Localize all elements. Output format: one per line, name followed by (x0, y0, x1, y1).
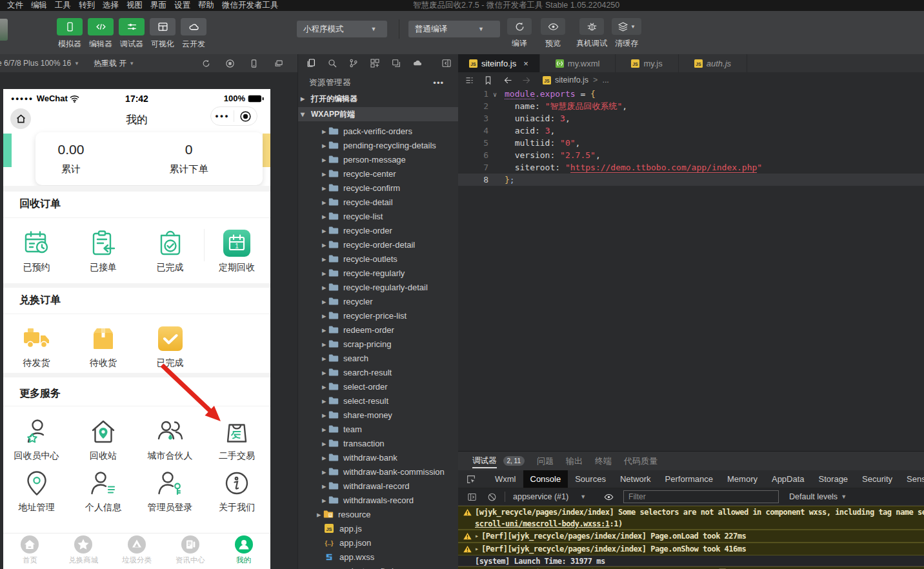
code-line[interactable]: 5 multiid: "0", (458, 137, 924, 149)
tree-item[interactable]: ▸withdraw-bank-commission (298, 464, 458, 479)
devtools-tab-sensor[interactable]: Sensor (899, 470, 924, 488)
tree-item[interactable]: ▸pack-verific-orders (298, 124, 458, 138)
tree-item[interactable]: ▸share-money (298, 408, 458, 422)
windows-icon[interactable] (391, 58, 401, 68)
grid-item-calendar-clock[interactable]: 已预约 (3, 229, 70, 274)
tree-item[interactable]: ▸team (298, 422, 458, 436)
more-actions-icon[interactable]: ••• (433, 78, 444, 88)
tree-item[interactable]: ▸recycle-order-detail (298, 237, 458, 252)
grid-item-person-key[interactable]: 管理员登录 (137, 469, 203, 514)
context-select[interactable]: appservice (#1) (513, 492, 568, 501)
menu-4[interactable]: 选择 (99, 0, 123, 11)
tree-item[interactable]: ▸withdrawal-record (298, 479, 458, 493)
devtools-tab-memory[interactable]: Memory (720, 470, 765, 488)
device-icon[interactable] (249, 59, 259, 68)
outline-icon[interactable] (465, 75, 474, 85)
grid-item-partners[interactable]: 城市合伙人 (137, 417, 203, 462)
debugger-menu-3[interactable]: 代码质量 (624, 455, 658, 467)
code-line[interactable]: 7 siteroot: "https://demo.ttbobo.com/app… (458, 161, 924, 174)
device-select[interactable]: e 6/7/8 Plus 100% 16 ▼ (0, 59, 79, 68)
tree-item[interactable]: ▸select-order (298, 379, 458, 394)
devtools-tab-appdata[interactable]: AppData (765, 470, 812, 488)
toolbar-compile-button[interactable]: 编译 (507, 18, 532, 49)
debugger-menu-0[interactable]: 问题 (537, 455, 554, 467)
code-line[interactable]: 6 version: "2.7.5", (458, 149, 924, 161)
tree-item[interactable]: ▸person-message (298, 152, 458, 166)
menu-9[interactable]: 微信开发者工具 (218, 0, 283, 11)
tree-item[interactable]: ▸resource (298, 507, 458, 521)
tree-item[interactable]: ▸recycle-detail (298, 195, 458, 209)
user-avatar[interactable] (0, 19, 8, 41)
filter-input[interactable]: Filter (623, 490, 779, 503)
files-icon[interactable] (306, 58, 316, 68)
editor-tab-my-wxml[interactable]: my.wxml (540, 54, 616, 72)
search-icon[interactable] (327, 58, 337, 68)
tree-item[interactable]: ▸search-result (298, 365, 458, 379)
devtools-tab-network[interactable]: Network (613, 470, 658, 488)
expand-arrow-icon[interactable]: ▸ (475, 544, 479, 554)
tree-item[interactable]: ▸recycle-center (298, 166, 458, 181)
code-line[interactable]: 8}; (458, 174, 924, 186)
code-line[interactable]: 4 acid: 3, (458, 125, 924, 137)
tree-item[interactable]: ▸recycler-price-list (298, 308, 458, 323)
restart-icon[interactable] (201, 59, 211, 68)
toolbar-code-button[interactable]: 编辑器 (85, 18, 116, 50)
console-message-2[interactable]: ▸[Perf][wjyk_recycle/pages/index/index] … (458, 543, 924, 555)
open-editors-section[interactable]: ▸ 打开的编辑器 (298, 92, 458, 106)
devtools-tab-sources[interactable]: Sources (568, 470, 613, 488)
tree-item[interactable]: ▸recycle-regularly (298, 266, 458, 280)
tab-debugger[interactable]: 调试器 (472, 452, 497, 470)
code-line[interactable]: 3 uniacid: 3, (458, 112, 924, 125)
menu-1[interactable]: 编辑 (27, 0, 51, 11)
code-line[interactable]: 1∨module.exports = { (458, 88, 924, 100)
fold-icon[interactable]: ∨ (493, 88, 497, 101)
more-menu-button[interactable]: ●●● (211, 113, 234, 119)
console-message-3[interactable]: [system] Launch Time: 31977 ms (458, 555, 924, 566)
tree-item[interactable]: app.js (298, 521, 458, 535)
breadcrumb-file[interactable]: siteinfo.js (555, 75, 588, 85)
menu-8[interactable]: 帮助 (194, 0, 218, 11)
tab-news[interactable]: 资讯中心 (163, 534, 217, 569)
stop-icon[interactable] (225, 59, 235, 68)
tree-item[interactable]: app.wxss (298, 550, 458, 564)
devtools-tab-wxml[interactable]: Wxml (488, 470, 523, 488)
console-message-1[interactable]: ▸[Perf][wjyk_recycle/pages/index/index] … (458, 530, 924, 543)
editor-tab-siteinfo-js[interactable]: siteinfo.js× (458, 54, 540, 72)
float-window-icon[interactable] (273, 59, 284, 68)
debugger-menu-2[interactable]: 终端 (595, 455, 612, 467)
editor-tab-auth-js[interactable]: auth.js (679, 54, 747, 72)
forward-icon[interactable] (521, 75, 531, 85)
toolbar-sliders-button[interactable]: 调试器 (116, 18, 147, 50)
expand-arrow-icon[interactable]: ▸ (475, 531, 479, 541)
toolbar-device-debug-button[interactable]: 真机调试 (576, 18, 607, 49)
mode-select[interactable]: 小程序模式 ▼ (297, 21, 387, 37)
stat-1[interactable]: 0 累计下单 (165, 132, 213, 185)
menu-3[interactable]: 转到 (75, 0, 99, 11)
collapse-sidebar-icon[interactable] (441, 58, 452, 68)
tab-star[interactable]: 兑换商城 (57, 534, 110, 569)
tree-item[interactable]: ▸withdraw-bank (298, 450, 458, 464)
close-icon[interactable]: × (523, 59, 528, 68)
compile-mode-select[interactable]: 普通编译 ▼ (408, 21, 500, 37)
source-link[interactable]: scroll-uni/mescroll-body.wxss:1 (475, 519, 609, 528)
tree-item[interactable]: ▸withdrawals-record (298, 493, 458, 507)
tree-item[interactable]: app.json (298, 535, 458, 550)
toolbar-layout-button[interactable]: 可视化 (147, 18, 178, 50)
console-sidebar-icon[interactable] (467, 492, 477, 502)
back-icon[interactable] (503, 75, 513, 85)
toolbar-eye-button[interactable]: 预览 (541, 18, 565, 49)
grid-item-parcel-yellow[interactable]: 待收货 (70, 324, 137, 369)
menu-2[interactable]: 工具 (51, 0, 75, 11)
tab-home[interactable]: 首页 (3, 534, 57, 569)
tree-item[interactable]: ▸scrap-pricing (298, 337, 458, 351)
tree-item[interactable]: ▸select-result (298, 394, 458, 408)
code-editor[interactable]: 1∨module.exports = {2 name: "智慧废品回收系统",3… (458, 88, 924, 451)
grid-item-bag[interactable]: 二手交易 (204, 417, 270, 462)
hot-reload-toggle[interactable]: 热重载 开 ▼ (94, 58, 134, 69)
toolbar-sim-phone-button[interactable]: 模拟器 (54, 18, 85, 50)
code-line[interactable]: 2 name: "智慧废品回收系统", (458, 100, 924, 112)
menu-7[interactable]: 设置 (170, 0, 194, 11)
grid-item-info[interactable]: 关于我们 (204, 469, 270, 514)
tree-item[interactable]: ▸search (298, 351, 458, 365)
stat-0[interactable]: 0.00 累计 (48, 132, 94, 185)
